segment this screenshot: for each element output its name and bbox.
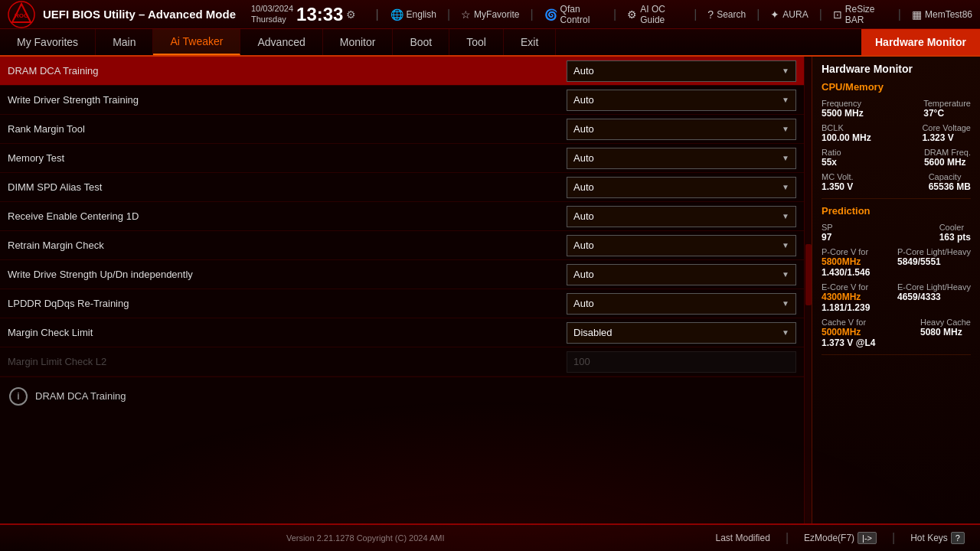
dropdown-memory-test[interactable]: Auto▼ [567, 148, 796, 169]
hw-data-row: E-Core V for4300MHz1.181/1.239 E-Core Li… [822, 282, 971, 313]
scrollbar-thumb[interactable] [805, 244, 812, 305]
header-nav-search[interactable]: ?Search [707, 8, 746, 21]
hw-label: Capacity [929, 172, 971, 181]
setting-label-retrain-margin: Retrain Margin Check [8, 240, 567, 251]
setting-value-retrain-margin[interactable]: Auto▼ [567, 235, 796, 256]
header-time-section: 10/03/2024 Thursday 13:33 ⚙ [251, 4, 356, 25]
setting-label-dram-dca-training: DRAM DCA Training [8, 65, 567, 77]
hot-keys-label: Hot Keys [910, 533, 948, 543]
setting-value-lpddr-dqdqs[interactable]: Auto▼ [567, 293, 796, 315]
hardware-monitor-tab[interactable]: Hardware Monitor [861, 29, 980, 55]
setting-value-write-drive-strength[interactable]: Auto▼ [567, 264, 796, 285]
footer-divider2: | [892, 531, 895, 545]
setting-value-dram-dca-training[interactable]: Auto▼ [567, 60, 796, 82]
dropdown-retrain-margin[interactable]: Auto▼ [567, 235, 796, 256]
dropdown-receive-enable[interactable]: Auto▼ [567, 206, 796, 227]
hw-section-title-prediction: Prediction [822, 205, 971, 217]
tab-tool[interactable]: Tool [449, 29, 504, 55]
dropdown-lpddr-dqdqs[interactable]: Auto▼ [567, 293, 796, 315]
setting-row-write-driver-strength[interactable]: Write Driver Strength TrainingAuto▼ [0, 86, 804, 115]
header-nav-myfavorite[interactable]: ☆MyFavorite [461, 8, 519, 21]
setting-value-memory-test[interactable]: Auto▼ [567, 148, 796, 169]
setting-label-rank-margin-tool: Rank Margin Tool [8, 123, 567, 135]
nav-divider-4: | [694, 8, 697, 21]
scrollbar[interactable] [804, 57, 812, 523]
nav-divider-5: | [756, 8, 760, 21]
ez-mode-button[interactable]: EzMode(F7) |-> [804, 532, 877, 544]
tab-ai-tweaker[interactable]: Ai Tweaker [153, 29, 240, 55]
setting-value-dimm-spd-alias[interactable]: Auto▼ [567, 177, 796, 198]
setting-row-dram-dca-training[interactable]: DRAM DCA TrainingAuto▼ [0, 57, 804, 86]
tab-my-favorites[interactable]: My Favorites [0, 29, 96, 55]
tab-advanced[interactable]: Advanced [240, 29, 322, 55]
memtest-icon: ▦ [912, 8, 922, 21]
info-icon: i [9, 387, 28, 406]
header-nav-aioc[interactable]: ⚙AI OC Guide [627, 4, 683, 25]
aura-label: AURA [782, 9, 808, 20]
setting-row-rank-margin-tool[interactable]: Rank Margin ToolAuto▼ [0, 115, 804, 144]
setting-row-dimm-spd-alias[interactable]: DIMM SPD Alias TestAuto▼ [0, 173, 804, 202]
dropdown-dimm-spd-alias[interactable]: Auto▼ [567, 177, 796, 198]
hw-label: Temperature [923, 99, 971, 108]
tab-exit[interactable]: Exit [504, 29, 556, 55]
aioc-icon: ⚙ [627, 8, 637, 21]
tab-main[interactable]: Main [96, 29, 153, 55]
hw-section-title-cpu-memory: CPU/Memory [822, 81, 971, 93]
header-nav-memtest[interactable]: ▦MemTest86 [912, 8, 972, 21]
hw-value: 37°C [923, 108, 971, 119]
hw-value: 4659/4333 [897, 292, 971, 302]
settings-icon[interactable]: ⚙ [346, 8, 356, 21]
hw-data-row: Ratio55x DRAM Freq. 5600 MHz [822, 148, 971, 168]
hw-value: 5500 MHz [822, 108, 864, 119]
hw-value: 5849/5551 [897, 256, 971, 267]
hw-value-highlight: 4300MHz [822, 292, 870, 302]
memtest-label: MemTest86 [925, 9, 972, 20]
header-nav-resizebar[interactable]: ⊡ReSize BAR [833, 4, 887, 25]
hot-keys-button[interactable]: Hot Keys ? [910, 532, 965, 544]
setting-row-lpddr-dqdqs[interactable]: LPDDR DqDqs Re-TrainingAuto▼ [0, 289, 804, 318]
header-nav-qfan[interactable]: 🌀Qfan Control [544, 4, 603, 25]
hw-col-left: P-Core V for5800MHz1.430/1.546 [822, 247, 870, 278]
hw-col-right: Heavy Cache 5080 MHz [920, 318, 971, 348]
header-bar: ROG UEFI BIOS Utility – Advanced Mode 10… [0, 0, 980, 29]
aura-icon: ✦ [770, 8, 779, 21]
hw-value: 1.323 V [922, 132, 971, 143]
setting-value-margin-limit-check-l2[interactable]: 100 [567, 351, 796, 373]
hw-data-row: Frequency5500 MHz Temperature 37°C [822, 99, 971, 119]
hw-label: Cooler [939, 223, 971, 232]
header-nav-language[interactable]: 🌐English [390, 8, 436, 21]
setting-row-receive-enable[interactable]: Receive Enable Centering 1DAuto▼ [0, 202, 804, 231]
nav-divider-3: | [613, 8, 616, 21]
setting-label-memory-test: Memory Test [8, 152, 567, 164]
tab-monitor[interactable]: Monitor [323, 29, 394, 55]
setting-row-write-drive-strength[interactable]: Write Drive Strength Up/Dn independently… [0, 260, 804, 289]
setting-value-write-driver-strength[interactable]: Auto▼ [567, 90, 796, 111]
setting-value-receive-enable[interactable]: Auto▼ [567, 206, 796, 227]
last-modified-button[interactable]: Last Modified [716, 533, 770, 543]
hw-value: 5080 MHz [920, 327, 971, 337]
setting-value-margin-check-limit[interactable]: Disabled▼ [567, 322, 796, 344]
hw-col-left: SP97 [822, 223, 833, 243]
setting-row-retrain-margin[interactable]: Retrain Margin CheckAuto▼ [0, 231, 804, 260]
setting-row-memory-test[interactable]: Memory TestAuto▼ [0, 144, 804, 173]
setting-row-margin-limit-check-l2[interactable]: Margin Limit Check L2100 [0, 347, 804, 377]
dropdown-dram-dca-training[interactable]: Auto▼ [567, 60, 796, 82]
setting-label-receive-enable: Receive Enable Centering 1D [8, 210, 567, 222]
setting-value-rank-margin-tool[interactable]: Auto▼ [567, 119, 796, 140]
dropdown-margin-check-limit[interactable]: Disabled▼ [567, 322, 796, 344]
dropdown-write-drive-strength[interactable]: Auto▼ [567, 264, 796, 285]
hw-value-highlight: 5800MHz [822, 256, 870, 267]
header-nav-aura[interactable]: ✦AURA [770, 8, 808, 21]
dropdown-write-driver-strength[interactable]: Auto▼ [567, 90, 796, 111]
setting-row-margin-check-limit[interactable]: Margin Check LimitDisabled▼ [0, 318, 804, 347]
info-bar: i DRAM DCA Training [0, 377, 804, 415]
tab-boot[interactable]: Boot [393, 29, 449, 55]
input-margin-limit-check-l2: 100 [567, 351, 796, 373]
setting-label-margin-check-limit: Margin Check Limit [8, 327, 567, 338]
hw-label: E-Core Light/Heavy [897, 282, 971, 292]
dropdown-arrow-memory-test: ▼ [782, 154, 789, 162]
dropdown-value-rank-margin-tool: Auto [573, 123, 594, 135]
ez-mode-key: |-> [858, 532, 877, 544]
ez-mode-label: EzMode(F7) [804, 533, 854, 543]
dropdown-rank-margin-tool[interactable]: Auto▼ [567, 119, 796, 140]
